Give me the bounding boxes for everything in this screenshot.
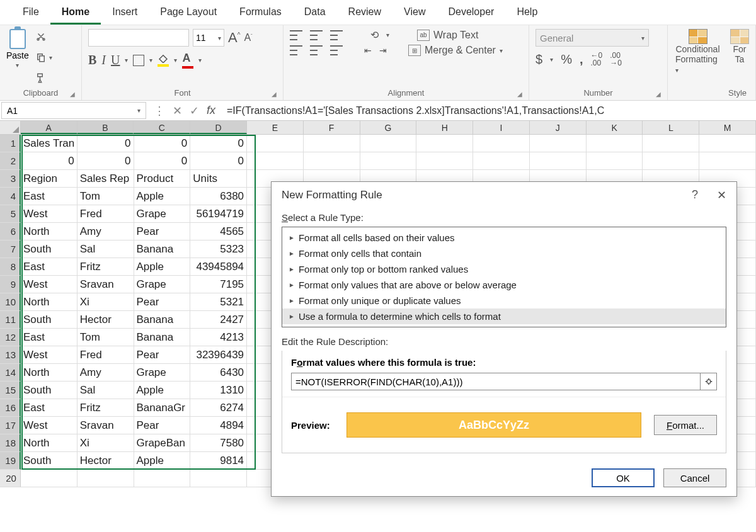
cell[interactable]: North — [21, 223, 77, 241]
fx-icon[interactable]: fx — [207, 104, 215, 117]
column-header[interactable]: B — [77, 121, 134, 134]
cell[interactable]: South — [21, 452, 77, 470]
decrease-font-icon[interactable]: Aˇ — [244, 32, 252, 43]
cell[interactable] — [416, 152, 473, 170]
row-header[interactable]: 2 — [0, 152, 21, 170]
cell[interactable]: 0 — [77, 152, 134, 170]
cell[interactable]: East — [21, 329, 77, 346]
cell[interactable]: Grape — [134, 276, 191, 293]
cell[interactable]: East — [21, 399, 77, 417]
cell[interactable] — [699, 152, 756, 170]
column-header[interactable]: D — [190, 121, 247, 134]
cell[interactable]: Fred — [77, 346, 134, 364]
cell[interactable] — [530, 152, 587, 170]
cell[interactable] — [134, 470, 191, 487]
row-header[interactable]: 17 — [0, 417, 21, 434]
row-header[interactable]: 15 — [0, 382, 21, 399]
rule-type-item[interactable]: ►Format only top or bottom ranked values — [282, 261, 726, 277]
cell[interactable]: BananaGr — [134, 399, 191, 417]
cell[interactable]: 4213 — [190, 329, 247, 346]
rule-type-item[interactable]: ►Format only cells that contain — [282, 246, 726, 261]
cell[interactable] — [304, 135, 360, 152]
cell[interactable]: Fritz — [77, 399, 134, 417]
close-icon[interactable]: ✕ — [717, 188, 726, 202]
formula-input[interactable]: =IF(Transactions!A1='[Sales Transactions… — [222, 101, 756, 120]
align-right-icon[interactable] — [330, 45, 343, 55]
cell[interactable]: 1310 — [190, 382, 247, 399]
cell[interactable]: South — [21, 382, 77, 399]
cell[interactable] — [21, 470, 77, 487]
cell[interactable]: Fred — [77, 205, 134, 223]
font-name-select[interactable] — [88, 29, 189, 47]
cell[interactable]: 6380 — [190, 188, 247, 205]
cell[interactable]: South — [21, 241, 77, 258]
cell[interactable] — [247, 152, 304, 170]
cell[interactable]: North — [21, 293, 77, 311]
cell[interactable]: Sravan — [77, 276, 134, 293]
cell[interactable]: 0 — [77, 135, 134, 152]
row-header[interactable]: 18 — [0, 434, 21, 452]
cell[interactable]: Apple — [134, 188, 191, 205]
row-header[interactable]: 4 — [0, 188, 21, 205]
column-header[interactable]: F — [304, 121, 360, 134]
row-header[interactable]: 20 — [0, 470, 21, 487]
borders-button[interactable] — [133, 55, 144, 66]
range-selector-icon[interactable] — [700, 373, 716, 390]
format-painter-button[interactable] — [35, 70, 52, 86]
cell[interactable] — [473, 135, 530, 152]
column-header[interactable]: K — [587, 121, 643, 134]
ok-button[interactable]: OK — [592, 468, 655, 487]
rule-type-item[interactable]: ►Use a formula to determine which cells … — [282, 308, 726, 324]
column-header[interactable]: J — [530, 121, 587, 134]
cell[interactable]: Xi — [77, 293, 134, 311]
row-header[interactable]: 19 — [0, 452, 21, 470]
enter-formula-icon[interactable]: ✓ — [190, 104, 199, 118]
rule-type-list[interactable]: ►Format all cells based on their values►… — [282, 227, 726, 327]
row-header[interactable]: 16 — [0, 399, 21, 417]
cut-button[interactable] — [35, 29, 52, 45]
cell[interactable]: Hector — [77, 311, 134, 329]
row-header[interactable]: 13 — [0, 346, 21, 364]
cell[interactable]: 9814 — [190, 452, 247, 470]
column-header[interactable]: A — [21, 121, 77, 134]
cell[interactable] — [416, 135, 473, 152]
chevron-down-icon[interactable]: ▾ — [16, 62, 19, 69]
cell[interactable]: Pear — [134, 417, 191, 434]
row-header[interactable]: 6 — [0, 223, 21, 241]
align-middle-icon[interactable] — [310, 30, 323, 40]
rule-type-item[interactable]: ►Format only unique or duplicate values — [282, 293, 726, 308]
cell[interactable] — [530, 135, 587, 152]
formula-menu-icon[interactable]: ⋮ — [154, 104, 165, 118]
cell[interactable] — [643, 152, 699, 170]
cell[interactable]: Xi — [77, 434, 134, 452]
cell[interactable]: 7195 — [190, 276, 247, 293]
row-header[interactable]: 9 — [0, 276, 21, 293]
cell[interactable]: Units — [190, 170, 247, 188]
cell[interactable]: Grape — [134, 205, 191, 223]
accounting-format-button[interactable]: $ — [536, 52, 542, 67]
cell[interactable]: Apple — [134, 258, 191, 276]
cell[interactable] — [473, 152, 530, 170]
cell[interactable]: North — [21, 364, 77, 382]
cell[interactable] — [247, 135, 304, 152]
cell[interactable]: West — [21, 417, 77, 434]
cell[interactable] — [360, 135, 417, 152]
cell[interactable]: West — [21, 346, 77, 364]
cell[interactable]: Sal — [77, 241, 134, 258]
cell[interactable] — [190, 470, 247, 487]
cell[interactable]: East — [21, 188, 77, 205]
cell[interactable]: 56194719 — [190, 205, 247, 223]
cell[interactable]: Tom — [77, 188, 134, 205]
bold-button[interactable]: B — [88, 53, 96, 67]
cancel-button[interactable]: Cancel — [663, 468, 726, 487]
menu-tab-insert[interactable]: Insert — [101, 3, 149, 25]
align-left-icon[interactable] — [290, 45, 302, 55]
menu-tab-data[interactable]: Data — [293, 3, 337, 25]
format-button[interactable]: Format... — [654, 415, 717, 435]
cancel-formula-icon[interactable]: ✕ — [173, 104, 182, 118]
row-header[interactable]: 10 — [0, 293, 21, 311]
cell[interactable]: Pear — [134, 223, 191, 241]
menu-tab-formulas[interactable]: Formulas — [228, 3, 293, 25]
cell[interactable]: Grape — [134, 364, 191, 382]
menu-tab-developer[interactable]: Developer — [437, 3, 505, 25]
